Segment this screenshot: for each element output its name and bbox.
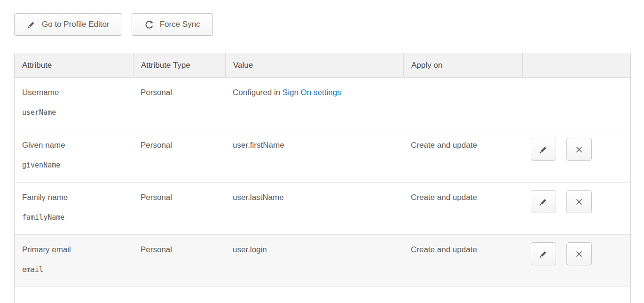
attribute-display-name: Family name [22,193,68,202]
go-to-profile-editor-button[interactable]: Go to Profile Editor [14,13,122,36]
column-header-value: Value [225,53,403,77]
attribute-display-name: Username [22,88,59,97]
sign-on-settings-link[interactable]: Sign On settings [283,88,341,97]
x-icon [574,197,584,207]
value-cell: user.lastName [225,183,403,234]
attribute-variable-name: userName [22,108,126,117]
actions-cell [522,183,630,234]
table-header-row: Attribute Attribute Type Value Apply on [15,53,630,78]
attribute-type-cell: Personal [133,183,225,234]
attribute-cell: Given name givenName [15,130,133,182]
delete-attribute-button[interactable] [566,138,592,161]
column-header-attribute-type: Attribute Type [133,53,225,77]
value-expression: user.lastName [233,193,284,202]
value-expression: user.firstName [233,141,284,150]
value-cell: user.firstName [225,130,403,182]
attribute-type-cell: Personal [133,130,225,182]
value-cell: Configured in Sign On settings [225,78,403,130]
actions-cell [522,78,630,130]
toolbar: Go to Profile Editor Force Sync [14,13,631,36]
apply-on-cell: Create and update [403,235,522,287]
value-cell: user.login [225,235,403,287]
table-body: Username userName Personal Configured in… [15,78,630,287]
column-header-apply-on: Apply on [403,53,522,77]
x-icon [574,249,584,259]
refresh-icon [144,20,154,30]
apply-on-cell [403,78,522,130]
attribute-type-value: Personal [141,193,172,202]
attribute-type-value: Personal [141,141,172,150]
attribute-display-name: Given name [22,141,65,150]
actions-cell [522,130,630,182]
attribute-variable-name: givenName [22,161,126,169]
apply-on-cell: Create and update [403,183,522,234]
attribute-type-cell: Personal [133,78,225,130]
attribute-cell: Primary email email [15,235,133,287]
attribute-cell: Username userName [15,78,133,130]
attribute-type-value: Personal [141,245,172,254]
go-to-profile-editor-label: Go to Profile Editor [42,20,110,29]
column-header-actions [522,53,630,77]
pencil-icon [27,20,36,29]
attribute-mapping-table: Attribute Attribute Type Value Apply on … [14,53,631,303]
apply-on-cell: Create and update [403,130,522,182]
attribute-display-name: Primary email [22,245,71,254]
apply-on-value: Create and update [411,141,477,150]
table-row: Primary email email Personal user.login … [15,234,630,287]
partial-next-row [15,287,630,303]
table-row: Given name givenName Personal user.first… [15,130,630,182]
value-expression: user.login [233,245,267,254]
delete-attribute-button[interactable] [566,242,592,265]
delete-attribute-button[interactable] [566,190,592,213]
attribute-variable-name: email [22,265,126,274]
attribute-mappings-page: Go to Profile Editor Force Sync Attribut… [0,0,644,303]
edit-attribute-button[interactable] [531,190,556,213]
edit-attribute-button[interactable] [531,242,556,265]
table-row: Username userName Personal Configured in… [15,78,630,130]
pencil-icon [538,197,549,207]
pencil-icon [538,144,549,155]
value-prefix-text: Configured in [233,88,283,97]
table-row: Family name familyName Personal user.las… [15,182,630,234]
attribute-type-value: Personal [141,88,172,97]
column-header-attribute: Attribute [15,53,133,77]
x-icon [574,145,584,154]
attribute-type-cell: Personal [133,235,225,287]
pencil-icon [538,249,549,259]
force-sync-button[interactable]: Force Sync [132,13,213,36]
apply-on-value: Create and update [411,193,477,202]
apply-on-value: Create and update [411,245,477,254]
edit-attribute-button[interactable] [531,138,556,161]
attribute-cell: Family name familyName [15,183,133,234]
attribute-variable-name: familyName [22,213,126,222]
actions-cell [522,235,630,287]
force-sync-label: Force Sync [160,20,200,29]
